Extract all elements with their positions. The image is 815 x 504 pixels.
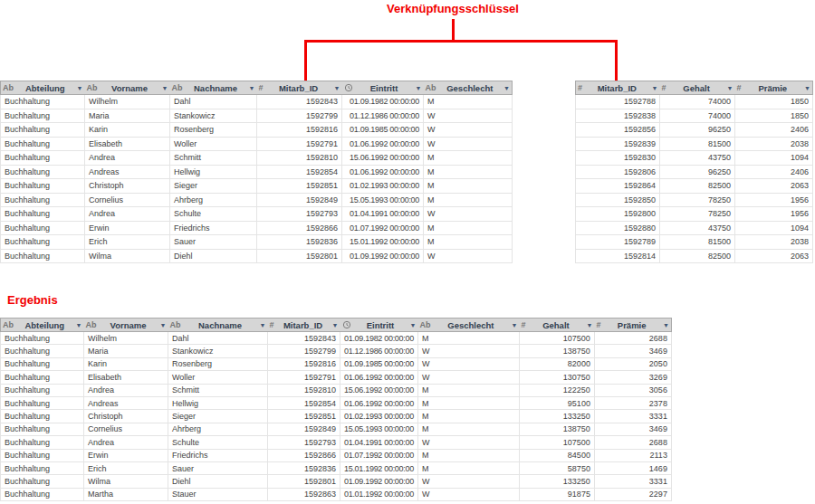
cell-praemie[interactable]: 2688 — [594, 332, 671, 345]
cell-geschlecht[interactable]: M — [424, 179, 513, 194]
cell-gehalt[interactable]: 82000 — [519, 357, 594, 370]
filter-dropdown-icon[interactable]: ▼ — [663, 322, 669, 328]
cell-mitarb_id[interactable]: 1592793 — [268, 436, 340, 449]
cell-mitarb_id[interactable]: 1592793 — [257, 207, 342, 222]
cell-praemie[interactable]: 1094 — [735, 221, 813, 235]
cell-abteilung[interactable]: Buchhaltung — [1, 449, 84, 461]
cell-praemie[interactable]: 3469 — [594, 345, 671, 357]
cell-gehalt[interactable]: 107500 — [519, 332, 594, 345]
cell-mitarb_id[interactable]: 1592851 — [257, 179, 342, 194]
cell-vorname[interactable]: Christoph — [85, 179, 170, 194]
cell-geschlecht[interactable]: M — [417, 384, 519, 396]
cell-vorname[interactable]: Wilma — [85, 249, 170, 263]
cell-eintritt[interactable]: 01.02.1993 00:00:00 — [340, 410, 418, 423]
cell-abteilung[interactable]: Buchhaltung — [1, 396, 84, 409]
cell-praemie[interactable]: 3469 — [594, 423, 671, 435]
cell-mitarb_id[interactable]: 1592854 — [268, 396, 340, 409]
cell-gehalt[interactable]: 82500 — [660, 179, 735, 194]
cell-vorname[interactable]: Christoph — [84, 410, 168, 423]
cell-eintritt[interactable]: 15.05.1993 00:00:00 — [342, 193, 424, 207]
cell-geschlecht[interactable]: W — [417, 357, 519, 370]
cell-vorname[interactable]: Maria — [85, 109, 170, 123]
cell-geschlecht[interactable]: W — [417, 488, 519, 500]
cell-nachname[interactable]: Sauer — [168, 461, 268, 474]
cell-eintritt[interactable]: 15.05.1993 00:00:00 — [340, 423, 418, 435]
cell-gehalt[interactable]: 138750 — [519, 345, 594, 357]
cell-mitarb_id[interactable]: 1592856 — [576, 123, 660, 138]
cell-vorname[interactable]: Erwin — [85, 221, 170, 235]
filter-dropdown-icon[interactable]: ▼ — [160, 322, 167, 328]
cell-praemie[interactable]: 3269 — [594, 371, 671, 384]
filter-dropdown-icon[interactable]: ▼ — [503, 85, 510, 91]
filter-dropdown-icon[interactable]: ▼ — [334, 85, 340, 91]
cell-mitarb_id[interactable]: 1592838 — [576, 109, 660, 123]
cell-eintritt[interactable]: 01.02.1993 00:00:00 — [342, 179, 424, 194]
cell-abteilung[interactable]: Buchhaltung — [1, 109, 85, 123]
cell-praemie[interactable]: 3331 — [594, 475, 671, 488]
cell-abteilung[interactable]: Buchhaltung — [1, 332, 84, 345]
cell-nachname[interactable]: Stankowicz — [168, 345, 268, 357]
cell-geschlecht[interactable]: W — [417, 371, 519, 384]
cell-nachname[interactable]: Schmitt — [168, 384, 268, 396]
cell-praemie[interactable]: 2063 — [735, 179, 813, 194]
cell-eintritt[interactable]: 01.09.1992 00:00:00 — [342, 249, 424, 263]
cell-nachname[interactable]: Stauer — [168, 488, 268, 500]
cell-eintritt[interactable]: 15.01.1992 00:00:00 — [340, 461, 418, 474]
cell-vorname[interactable]: Elisabeth — [85, 137, 170, 151]
cell-eintritt[interactable]: 01.06.1992 00:00:00 — [340, 371, 418, 384]
cell-mitarb_id[interactable]: 1592849 — [268, 423, 340, 435]
cell-nachname[interactable]: Friedrichs — [170, 221, 257, 235]
column-header-mitarb_id[interactable]: #Mitarb_ID▼ — [268, 319, 340, 332]
cell-nachname[interactable]: Ahrberg — [168, 423, 268, 435]
cell-abteilung[interactable]: Buchhaltung — [1, 410, 84, 423]
cell-eintritt[interactable]: 01.04.1991 00:00:00 — [342, 207, 424, 222]
cell-praemie[interactable]: 1469 — [594, 461, 671, 474]
cell-vorname[interactable]: Andrea — [84, 436, 168, 449]
cell-abteilung[interactable]: Buchhaltung — [1, 371, 84, 384]
column-header-eintritt[interactable]: Eintritt▼ — [342, 81, 424, 95]
cell-vorname[interactable]: Wilhelm — [85, 95, 170, 109]
cell-vorname[interactable]: Andreas — [85, 165, 170, 179]
cell-eintritt[interactable]: 01.06.1992 00:00:00 — [340, 396, 418, 409]
cell-vorname[interactable]: Erich — [84, 461, 168, 474]
cell-geschlecht[interactable]: M — [424, 151, 513, 166]
cell-eintritt[interactable]: 01.09.1985 00:00:00 — [340, 357, 418, 370]
cell-mitarb_id[interactable]: 1592866 — [268, 449, 340, 461]
cell-abteilung[interactable]: Buchhaltung — [1, 123, 85, 138]
cell-nachname[interactable]: Woller — [168, 371, 268, 384]
cell-eintritt[interactable]: 01.09.1982 00:00:00 — [340, 332, 418, 345]
cell-praemie[interactable]: 1956 — [735, 193, 813, 207]
cell-vorname[interactable]: Wilhelm — [84, 332, 168, 345]
cell-abteilung[interactable]: Buchhaltung — [1, 423, 84, 435]
cell-mitarb_id[interactable]: 1592801 — [268, 475, 340, 488]
cell-mitarb_id[interactable]: 1592843 — [268, 332, 340, 345]
cell-geschlecht[interactable]: W — [417, 475, 519, 488]
cell-geschlecht[interactable]: W — [417, 345, 519, 357]
cell-eintritt[interactable]: 01.06.1992 00:00:00 — [342, 137, 424, 151]
cell-praemie[interactable]: 1956 — [735, 207, 813, 222]
cell-abteilung[interactable]: Buchhaltung — [1, 384, 84, 396]
cell-nachname[interactable]: Friedrichs — [168, 449, 268, 461]
cell-nachname[interactable]: Schulte — [170, 207, 257, 222]
column-header-praemie[interactable]: #Prämie▼ — [735, 81, 813, 95]
cell-geschlecht[interactable]: M — [424, 221, 513, 235]
cell-praemie[interactable]: 2406 — [735, 123, 813, 138]
cell-gehalt[interactable]: 43750 — [660, 221, 735, 235]
cell-praemie[interactable]: 2297 — [594, 488, 671, 500]
cell-geschlecht[interactable]: W — [417, 436, 519, 449]
cell-gehalt[interactable]: 81500 — [660, 137, 735, 151]
column-header-abteilung[interactable]: AbAbteilung▼ — [1, 319, 84, 332]
cell-mitarb_id[interactable]: 1592849 — [257, 193, 342, 207]
cell-eintritt[interactable]: 01.01.1992 00:00:00 — [340, 488, 418, 500]
cell-geschlecht[interactable]: W — [424, 249, 513, 263]
cell-praemie[interactable]: 3056 — [594, 384, 671, 396]
cell-mitarb_id[interactable]: 1592806 — [576, 165, 660, 179]
column-header-geschlecht[interactable]: AbGeschlecht▼ — [417, 319, 519, 332]
cell-gehalt[interactable]: 95100 — [519, 396, 594, 409]
cell-mitarb_id[interactable]: 1592791 — [268, 371, 340, 384]
cell-eintritt[interactable]: 01.09.1985 00:00:00 — [342, 123, 424, 138]
cell-mitarb_id[interactable]: 1592880 — [576, 221, 660, 235]
cell-gehalt[interactable]: 84500 — [519, 449, 594, 461]
cell-nachname[interactable]: Woller — [170, 137, 257, 151]
cell-vorname[interactable]: Erwin — [84, 449, 168, 461]
